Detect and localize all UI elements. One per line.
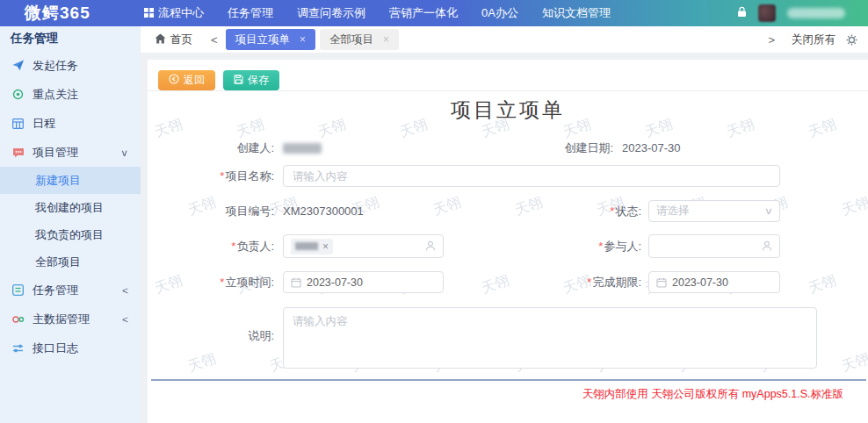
menu-item-oa-office[interactable]: 0A办公 — [481, 5, 518, 21]
sidebar-item-schedule[interactable]: 日程 — [0, 109, 141, 138]
remove-owner-icon[interactable]: × — [322, 240, 329, 253]
main-menu: 流程中心 任务管理 调查问卷示例 营销产一体化 0A办公 知识文档管理 — [144, 5, 611, 21]
sidebar-item-label: 新建项目 — [35, 173, 81, 189]
calendar-grid-icon — [11, 117, 25, 131]
creator-label: 创建人: — [148, 141, 274, 155]
required-mark: * — [598, 240, 603, 253]
lock-icon[interactable] — [737, 6, 747, 20]
status-select[interactable]: 请选择 ∨ — [648, 200, 780, 222]
sidebar-item-project-mgmt[interactable]: 项目管理 ∨ — [0, 138, 141, 167]
sidebar-item-label: 项目管理 — [33, 145, 78, 161]
menu-item-marketing[interactable]: 营销产一体化 — [389, 5, 458, 21]
deadline-label: *完成期限: — [481, 271, 641, 293]
start-date-input[interactable]: 2023-07-30 — [283, 271, 444, 293]
sidebar-item-my-created-projects[interactable]: 我创建的项目 — [0, 194, 141, 221]
sidebar-item-task-mgmt[interactable]: 任务管理 < — [0, 276, 141, 305]
save-floppy-icon — [234, 75, 243, 87]
sidebar-item-label: 发起任务 — [33, 58, 78, 74]
menu-item-survey-demo[interactable]: 调查问卷示例 — [297, 5, 365, 21]
description-textarea[interactable] — [283, 307, 817, 369]
copyright-notice: 天翎内部使用 天翎公司版权所有 myApps5.1.S.标准版 — [582, 387, 843, 402]
home-tab[interactable]: 首页 — [141, 32, 203, 47]
chevron-left-icon: < — [122, 313, 128, 325]
row-project-no-status: 项目编号: XM2307300001 *状态: 请选择 ∨ — [148, 200, 868, 222]
person-icon — [762, 240, 772, 252]
person-icon — [425, 240, 436, 252]
navbar-right — [737, 4, 868, 22]
sidebar-item-master-data[interactable]: 主数据管理 < — [0, 305, 141, 333]
sidebar-item-my-responsible-projects[interactable]: 我负责的项目 — [0, 221, 141, 248]
sidebar-item-start-task[interactable]: 发起任务 — [0, 51, 141, 80]
sidebar-item-label: 重点关注 — [33, 87, 78, 103]
task-list-icon — [11, 283, 25, 298]
menu-label: 流程中心 — [158, 5, 204, 21]
status-label: *状态: — [481, 200, 641, 222]
redacted-username — [787, 8, 845, 18]
menu-item-process-center[interactable]: 流程中心 — [144, 5, 204, 21]
sidebar-item-label: 我负责的项目 — [35, 227, 104, 243]
save-button[interactable]: 保存 — [223, 70, 279, 90]
menu-item-task-mgmt[interactable]: 任务管理 — [228, 5, 273, 21]
owner-tag: × — [291, 239, 333, 255]
back-button[interactable]: 返回 — [158, 70, 215, 90]
sidebar-item-key-focus[interactable]: 重点关注 — [0, 80, 141, 109]
chat-bubble-icon — [11, 146, 25, 160]
top-navbar: 微鳄365 流程中心 任务管理 调查问卷示例 营销产一体化 0A办公 知识文档管… — [0, 0, 868, 26]
menu-label: 营销产一体化 — [389, 5, 458, 21]
tab-label: 全部项目 — [329, 32, 373, 47]
focus-target-icon — [11, 88, 25, 102]
sidebar-item-label: 主数据管理 — [33, 312, 90, 327]
sliders-icon — [11, 341, 25, 355]
owner-picker-input[interactable]: × — [283, 234, 444, 258]
sidebar-item-label: 全部项目 — [35, 255, 81, 270]
sidebar: 任务管理 发起任务 重点关注 日程 项目管理 ∨ 新建项目 我创建的项目 我负责… — [0, 26, 141, 423]
home-icon — [155, 33, 166, 47]
description-label: 说明: — [148, 330, 274, 342]
menu-label: 任务管理 — [228, 5, 273, 21]
sidebar-item-new-project[interactable]: 新建项目 — [0, 167, 141, 194]
scroll-tabs-left-icon[interactable]: < — [203, 33, 226, 47]
tab-strip: 首页 < 项目立项单 × 全部项目 × > 关闭所有 — [141, 26, 868, 53]
close-tab-icon[interactable]: × — [383, 33, 389, 46]
project-name-input[interactable] — [283, 165, 780, 187]
sidebar-item-all-projects[interactable]: 全部项目 — [0, 248, 141, 276]
form-card: 天翎天翎天翎天翎天翎天翎天翎天翎天翎天翎天翎天翎天翎天翎天翎天翎天翎天翎天翎天翎… — [148, 60, 868, 423]
save-button-label: 保存 — [248, 73, 269, 88]
redacted-creator-value — [283, 143, 322, 154]
app-logo[interactable]: 微鳄365 — [0, 2, 132, 25]
menu-label: 调查问卷示例 — [297, 5, 365, 21]
required-mark: * — [587, 276, 591, 289]
participants-label: *参与人: — [481, 234, 641, 258]
tab-settings-gear-icon[interactable] — [844, 34, 868, 46]
tab-project-form[interactable]: 项目立项单 × — [226, 29, 316, 50]
content-area: 天翎天翎天翎天翎天翎天翎天翎天翎天翎天翎天翎天翎天翎天翎天翎天翎天翎天翎天翎天翎… — [141, 53, 868, 423]
form-title: 项目立项单 — [148, 97, 868, 124]
sidebar-module-title: 任务管理 — [0, 26, 141, 51]
form-bottom-divider — [151, 379, 866, 381]
chevron-down-icon: ∨ — [764, 205, 773, 217]
sidebar-item-interface-log[interactable]: 接口日志 — [0, 333, 141, 362]
owner-label: *负责人: — [148, 234, 274, 258]
tab-all-projects[interactable]: 全部项目 × — [320, 29, 399, 50]
chevron-left-icon: < — [122, 284, 128, 296]
back-button-label: 返回 — [184, 73, 205, 88]
calendar-icon — [656, 277, 667, 288]
menu-item-knowledge-docs[interactable]: 知识文档管理 — [542, 5, 611, 21]
project-no-value: XM2307300001 — [283, 200, 364, 222]
start-date-value: 2023-07-30 — [307, 276, 363, 289]
row-creator: 创建人: 创建日期: 2023-07-30 — [148, 141, 868, 155]
user-avatar[interactable] — [758, 4, 776, 22]
deadline-input[interactable]: 2023-07-30 — [648, 271, 780, 293]
participants-picker-input[interactable] — [648, 234, 780, 258]
required-mark: * — [220, 169, 224, 183]
menu-label: 0A办公 — [481, 5, 518, 21]
create-date-value: 2023-07-30 — [622, 141, 681, 155]
chevron-down-icon: ∨ — [120, 147, 128, 158]
close-all-tabs-button[interactable]: 关闭所有 — [783, 32, 844, 47]
close-tab-icon[interactable]: × — [300, 33, 306, 46]
scroll-tabs-right-icon[interactable]: > — [760, 33, 783, 47]
sidebar-item-label: 接口日志 — [33, 341, 78, 356]
form-toolbar: 返回 保存 — [158, 70, 279, 90]
required-mark: * — [610, 204, 614, 218]
sidebar-item-label: 日程 — [33, 116, 55, 132]
